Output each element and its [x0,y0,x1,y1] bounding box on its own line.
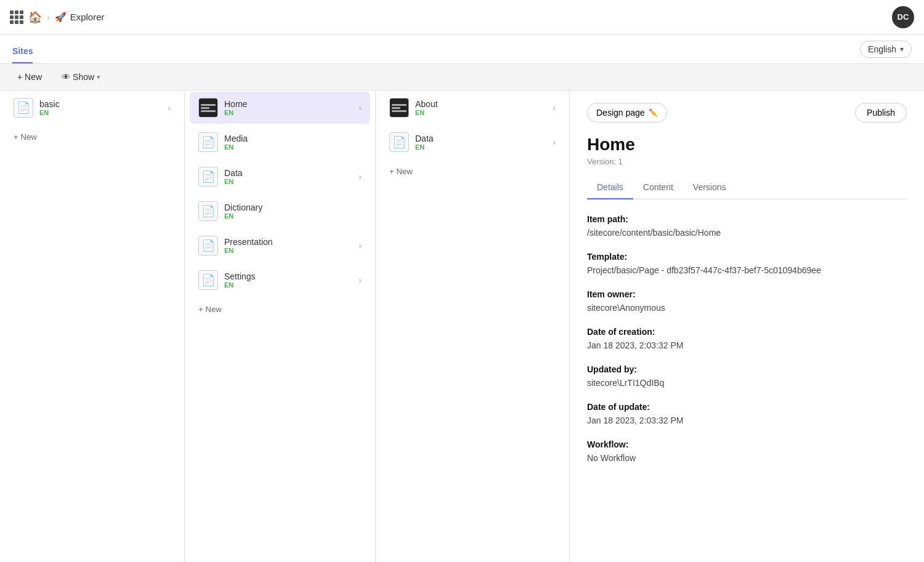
list-item[interactable]: 📄 Settings EN › [190,264,370,296]
item-lang: EN [224,212,362,220]
detail-version: Version: 1 [587,157,907,166]
item-name: Data [415,134,553,143]
document-icon: 📄 [201,135,215,149]
template-label: Template: [587,252,907,262]
new-item-label: New [206,305,222,314]
show-icon: 👁 [62,72,70,82]
language-selector[interactable]: English ▾ [860,41,912,58]
column-sites: 📄 basic EN › + New [0,90,185,562]
new-item-button[interactable]: + New [381,162,564,181]
date-of-update-label: Date of update: [587,402,907,412]
item-info: About EN [415,99,553,116]
tab-details[interactable]: Details [587,176,633,199]
item-name: Presentation [224,237,359,247]
list-item[interactable]: 📄 Presentation EN › [190,230,370,262]
list-item[interactable]: 📄 Data EN › [190,161,370,193]
toolbar: + New 👁 Show ▾ [0,64,924,90]
publish-button[interactable]: Publish [855,103,907,122]
column-home-children: Home EN › 📄 Media EN 📄 Data EN › [185,90,376,562]
tab-content[interactable]: Content [633,176,683,199]
list-item[interactable]: About EN › [381,92,564,124]
item-name: Media [224,134,362,143]
detail-header: Design page ✏️ Publish [587,103,907,122]
item-chevron-icon: › [359,103,362,113]
document-icon: 📄 [17,101,30,114]
date-of-creation-field: Date of creation: Jan 18 2023, 2:03:32 P… [587,327,907,352]
new-item-plus-icon: + [14,132,18,142]
date-of-creation-label: Date of creation: [587,327,907,337]
item-lang: EN [224,281,359,289]
breadcrumb-chevron: › [47,12,50,22]
item-thumbnail [389,98,409,118]
explorer-icon: 🚀 [55,12,67,23]
item-chevron-icon: › [359,275,362,285]
item-icon: 📄 [389,132,409,152]
detail-title: Home [587,135,907,155]
tab-versions[interactable]: Versions [683,176,736,199]
item-icon: 📄 [198,270,218,290]
item-chevron-icon: › [359,241,362,251]
item-lang: EN [224,247,359,254]
new-button[interactable]: + New [10,69,49,85]
document-icon: 📄 [201,273,215,287]
item-icon: 📄 [198,132,218,152]
date-of-update-field: Date of update: Jan 18 2023, 2:03:32 PM [587,402,907,427]
grid-menu-icon[interactable] [10,10,23,24]
document-icon: 📄 [201,170,215,183]
item-lang: EN [224,109,359,116]
home-icon[interactable]: 🏠 [28,10,42,24]
item-chevron-icon: › [553,103,556,113]
list-item[interactable]: 📄 Data EN › [381,126,564,158]
document-icon: 📄 [392,135,406,149]
main-layout: 📄 basic EN › + New [0,90,924,562]
user-avatar[interactable]: DC [892,6,914,28]
show-button-label: Show [73,72,94,82]
item-path-label: Item path: [587,214,907,224]
item-info: basic EN [39,99,168,116]
item-icon: 📄 [14,98,33,118]
item-thumbnail [198,98,218,118]
item-lang: EN [224,143,362,151]
new-item-plus-icon: + [198,305,203,314]
explorer-breadcrumb: 🚀 Explorer [55,12,105,23]
edit-icon: ✏️ [649,108,658,117]
item-lang: EN [415,143,553,151]
item-owner-value: sitecore\Anonymous [587,302,907,315]
language-chevron-icon: ▾ [900,45,904,54]
list-item[interactable]: 📄 basic EN › [5,92,179,124]
item-chevron-icon: › [359,172,362,182]
new-button-label: + New [17,72,42,82]
updated-by-field: Updated by: sitecore\LrTI1QdIBq [587,364,907,390]
item-lang: EN [39,109,168,116]
item-name: basic [39,99,168,109]
detail-tabs: Details Content Versions [587,176,907,199]
template-value: Project/basic/Page - dfb23f57-447c-4f37-… [587,264,907,277]
sites-tab[interactable]: Sites [12,34,33,63]
explorer-label: Explorer [70,12,105,22]
item-info: Presentation EN [224,237,359,254]
topbar-left: 🏠 › 🚀 Explorer [10,10,105,24]
item-info: Data EN [224,168,359,185]
item-name: Dictionary [224,203,362,212]
show-button[interactable]: 👁 Show ▾ [54,69,108,85]
tabbar: Sites English ▾ [0,34,924,64]
show-chevron-icon: ▾ [97,73,100,81]
new-item-button[interactable]: + New [190,300,370,319]
list-item[interactable]: 📄 Dictionary EN [190,195,370,227]
list-item[interactable]: 📄 Media EN [190,126,370,158]
detail-actions: Design page ✏️ [587,103,667,122]
design-page-label: Design page [596,108,645,118]
item-lang: EN [415,109,553,116]
new-item-label: New [21,132,37,142]
updated-by-label: Updated by: [587,364,907,374]
list-item[interactable]: Home EN › [190,92,370,124]
item-info: Dictionary EN [224,203,362,220]
new-item-button[interactable]: + New [5,127,179,147]
document-icon: 📄 [201,204,215,218]
template-field: Template: Project/basic/Page - dfb23f57-… [587,252,907,277]
item-chevron-icon: › [553,137,556,147]
item-icon: 📄 [198,201,218,221]
design-page-button[interactable]: Design page ✏️ [587,103,667,122]
item-info: Media EN [224,134,362,151]
new-item-label: New [397,167,413,176]
